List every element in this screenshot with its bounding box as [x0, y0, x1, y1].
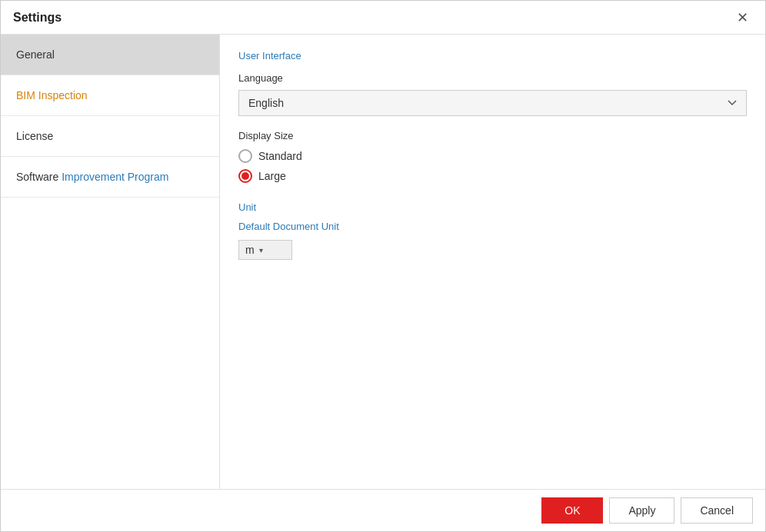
sidebar-item-license[interactable]: License — [1, 116, 219, 157]
display-size-standard[interactable]: Standard — [238, 149, 747, 163]
sidebar-item-general[interactable]: General — [1, 35, 219, 75]
unit-section: Unit Default Document Unit m ▾ — [238, 201, 747, 260]
display-size-label: Display Size — [238, 130, 747, 141]
sidebar: General BIM Inspection License Software … — [1, 35, 220, 489]
sidebar-item-bim-inspection[interactable]: BIM Inspection — [1, 75, 219, 116]
main-content: User Interface Language English German F… — [220, 35, 765, 489]
unit-select[interactable]: m ▾ — [238, 240, 292, 260]
unit-section-title: Unit — [238, 201, 747, 213]
sidebar-item-general-label: General — [16, 48, 55, 61]
close-button[interactable]: ✕ — [732, 9, 753, 26]
language-select[interactable]: English German French Spanish — [238, 90, 747, 116]
sidebar-item-software-highlight: Improvement Program — [62, 171, 168, 183]
sidebar-item-software-improvement[interactable]: Software Improvement Program — [1, 157, 219, 198]
radio-large-label: Large — [258, 170, 286, 182]
dialog-title: Settings — [13, 11, 62, 25]
settings-dialog: Settings ✕ General BIM Inspection Licens… — [0, 0, 766, 532]
user-interface-section-title: User Interface — [238, 50, 747, 62]
apply-button[interactable]: Apply — [609, 497, 674, 524]
dialog-body: General BIM Inspection License Software … — [1, 35, 765, 489]
unit-select-value: m — [245, 244, 255, 256]
unit-chevron-icon: ▾ — [259, 246, 263, 254]
dialog-header: Settings ✕ — [1, 1, 765, 35]
sidebar-item-license-label: License — [16, 130, 53, 142]
default-document-unit-label: Default Document Unit — [238, 221, 747, 232]
sidebar-item-software-prefix: Software — [16, 171, 62, 183]
radio-standard-label: Standard — [258, 150, 302, 162]
display-size-radio-group: Standard Large — [238, 149, 747, 183]
cancel-button[interactable]: Cancel — [681, 497, 753, 524]
dialog-footer: OK Apply Cancel — [1, 489, 765, 531]
sidebar-item-bim-label: BIM Inspection — [16, 89, 88, 101]
language-label: Language — [238, 72, 747, 84]
radio-large-circle — [238, 169, 252, 183]
radio-standard-circle — [238, 149, 252, 163]
ok-button[interactable]: OK — [541, 497, 603, 524]
display-size-large[interactable]: Large — [238, 169, 747, 183]
